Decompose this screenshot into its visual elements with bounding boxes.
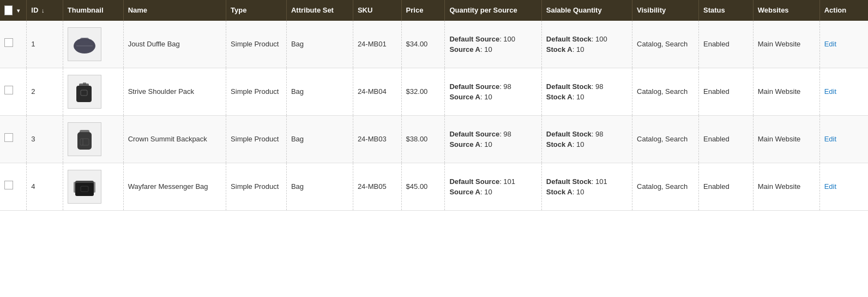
row-attribute-set: Bag (286, 116, 353, 163)
row-qty-per-source: Default Source: 98 Source A: 10 (445, 68, 541, 116)
row-action[interactable]: Edit (819, 21, 868, 68)
header-status[interactable]: Status (698, 0, 753, 21)
row-action[interactable]: Edit (819, 68, 868, 116)
svg-rect-15 (74, 182, 76, 193)
select-all-checkbox[interactable] (4, 5, 13, 15)
row-type: Simple Product (226, 68, 287, 116)
row-name: Joust Duffle Bag (123, 21, 226, 68)
row-website: Main Website (753, 21, 819, 68)
row-action[interactable]: Edit (819, 116, 868, 163)
products-table: ▾ ID ↓ Thumbnail Name Type Attribute Se (0, 0, 868, 211)
row-name: Strive Shoulder Pack (123, 68, 226, 116)
edit-link-4[interactable]: Edit (824, 182, 836, 191)
table-row: 3 Crown Summit Backpack Simple Product B… (0, 116, 868, 163)
row-visibility: Catalog, Search (632, 163, 699, 211)
row-type: Simple Product (226, 163, 287, 211)
svg-rect-8 (83, 82, 86, 85)
header-salable-qty[interactable]: Salable Quantity (541, 0, 632, 21)
product-image-1 (68, 27, 101, 61)
row-visibility: Catalog, Search (632, 116, 699, 163)
row-price: $45.00 (401, 163, 445, 211)
products-table-wrapper: ▾ ID ↓ Thumbnail Name Type Attribute Se (0, 0, 868, 211)
row-id: 2 (27, 68, 63, 116)
row-attribute-set: Bag (286, 68, 353, 116)
row-id: 4 (27, 163, 63, 211)
row-salable-qty: Default Stock: 100 Stock A: 10 (541, 21, 632, 68)
row-thumbnail (63, 68, 123, 116)
row-checkbox-4[interactable] (4, 181, 13, 189)
row-website: Main Website (753, 163, 819, 211)
row-checkbox-2[interactable] (4, 86, 13, 94)
row-visibility: Catalog, Search (632, 68, 699, 116)
header-thumbnail: Thumbnail (63, 0, 123, 21)
row-id: 3 (27, 116, 63, 163)
row-price: $34.00 (401, 21, 445, 68)
id-sort-arrow: ↓ (41, 7, 45, 14)
svg-rect-7 (81, 90, 87, 96)
header-type[interactable]: Type (226, 0, 287, 21)
row-salable-qty: Default Stock: 98 Stock A: 10 (541, 116, 632, 163)
row-checkbox-cell[interactable] (0, 21, 27, 68)
edit-link-1[interactable]: Edit (824, 40, 836, 48)
row-type: Simple Product (226, 21, 287, 68)
table-row: 1 Joust Duffle Bag Simple Product Bag 24… (0, 21, 868, 68)
row-name: Crown Summit Backpack (123, 116, 226, 163)
row-attribute-set: Bag (286, 163, 353, 211)
product-image-2 (68, 75, 101, 109)
row-type: Simple Product (226, 116, 287, 163)
header-attribute-set[interactable]: Attribute Set (286, 0, 353, 21)
row-visibility: Catalog, Search (632, 21, 699, 68)
row-status: Enabled (698, 163, 753, 211)
row-qty-per-source: Default Source: 100 Source A: 10 (445, 21, 541, 68)
svg-rect-16 (93, 182, 95, 193)
header-visibility[interactable]: Visibility (632, 0, 699, 21)
edit-link-3[interactable]: Edit (824, 135, 836, 143)
row-status: Enabled (698, 21, 753, 68)
header-action: Action (819, 0, 868, 21)
row-action[interactable]: Edit (819, 163, 868, 211)
row-status: Enabled (698, 68, 753, 116)
row-price: $38.00 (401, 116, 445, 163)
header-qty-per-source[interactable]: Quantity per Source (445, 0, 541, 21)
header-id[interactable]: ID ↓ (27, 0, 63, 21)
svg-rect-3 (80, 38, 89, 41)
edit-link-2[interactable]: Edit (824, 87, 836, 96)
row-attribute-set: Bag (286, 21, 353, 68)
checkbox-dropdown[interactable]: ▾ (15, 7, 22, 14)
row-thumbnail (63, 116, 123, 163)
row-checkbox-1[interactable] (4, 38, 13, 47)
row-salable-qty: Default Stock: 98 Stock A: 10 (541, 68, 632, 116)
row-qty-per-source: Default Source: 101 Source A: 10 (445, 163, 541, 211)
header-price[interactable]: Price (401, 0, 445, 21)
product-image-3 (68, 122, 101, 156)
row-id: 1 (27, 21, 63, 68)
row-checkbox-3[interactable] (4, 133, 13, 142)
row-sku: 24-MB04 (353, 68, 401, 116)
row-checkbox-cell[interactable] (0, 68, 27, 116)
header-name[interactable]: Name (123, 0, 226, 21)
row-thumbnail (63, 163, 123, 211)
svg-rect-11 (80, 139, 89, 145)
row-sku: 24-MB01 (353, 21, 401, 68)
row-qty-per-source: Default Source: 98 Source A: 10 (445, 116, 541, 163)
product-image-4 (68, 170, 101, 204)
header-sku[interactable]: SKU (353, 0, 401, 21)
row-salable-qty: Default Stock: 101 Stock A: 10 (541, 163, 632, 211)
row-sku: 24-MB05 (353, 163, 401, 211)
row-thumbnail (63, 21, 123, 68)
row-website: Main Website (753, 68, 819, 116)
row-name: Wayfarer Messenger Bag (123, 163, 226, 211)
row-checkbox-cell[interactable] (0, 116, 27, 163)
table-row: 2 Strive Shoulder Pack Simple Product Ba… (0, 68, 868, 116)
header-websites[interactable]: Websites (753, 0, 819, 21)
svg-rect-10 (80, 130, 89, 134)
row-website: Main Website (753, 116, 819, 163)
row-checkbox-cell[interactable] (0, 163, 27, 211)
svg-rect-14 (75, 181, 94, 185)
row-price: $32.00 (401, 68, 445, 116)
id-label: ID (31, 6, 38, 14)
table-row: 4 Wayfarer Messenger Bag Simple Product … (0, 163, 868, 211)
svg-rect-17 (81, 186, 88, 192)
header-checkbox-cell[interactable]: ▾ (0, 0, 27, 21)
row-sku: 24-MB03 (353, 116, 401, 163)
